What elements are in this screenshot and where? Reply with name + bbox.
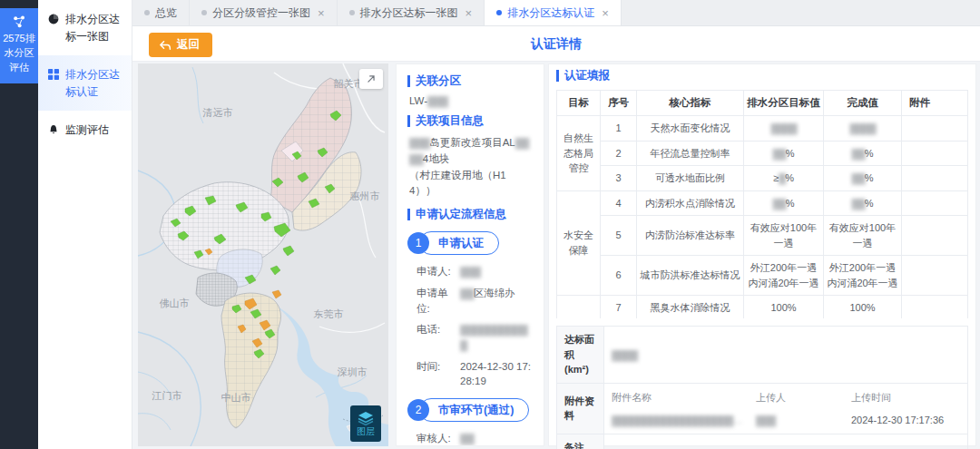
tab-overview[interactable]: 总览: [132, 0, 190, 25]
related-zone-header: 关联分区: [407, 73, 533, 89]
sidebar-item-onemap[interactable]: 排水分区达标一张图: [38, 0, 132, 55]
redacted-text: ▓▓: [460, 288, 474, 298]
goal-cell: 水环境质量: [557, 296, 601, 319]
section-bar: [407, 209, 410, 220]
attachments-header: 附件名称 上传人 上传时间: [612, 389, 960, 414]
map-layers-button[interactable]: 图层: [350, 405, 381, 442]
map-expand-button[interactable]: [359, 69, 383, 89]
redacted-text: ▓▓: [460, 433, 474, 444]
tab-dot-icon: [144, 10, 150, 15]
sidebar-item-certification[interactable]: 排水分区达标认证: [38, 55, 132, 111]
map-label-jiangmen: 江门市: [152, 390, 182, 401]
col-done: 完成值: [824, 91, 902, 116]
redacted-text: ▓▓: [773, 148, 786, 159]
tab-zoning-control-map[interactable]: 分区分级管控一张图 ×: [190, 0, 338, 25]
redacted-text: ▓: [779, 172, 785, 183]
grid-icon: [47, 68, 60, 81]
report-table-scroll[interactable]: 目标 序号 核心指标 排水分区目标值 完成值 附件 自然生态格局管控 1 天然水: [556, 90, 968, 318]
redacted-text: ▓▓: [852, 198, 865, 209]
attachments-list: 附件名称 上传人 上传时间 ▓▓▓▓▓▓▓▓▓▓▓▓▓▓▓▓▓▓▓▓▓▓▓▓▓▓…: [604, 383, 968, 434]
redacted-text: ▓▓▓: [409, 137, 429, 148]
redacted-text: ▓▓▓: [427, 95, 447, 106]
field-row: 电话: ▓▓▓▓▓▓▓▓▓▓▓: [416, 322, 533, 352]
sidebar-item-label: 排水分区达标一张图: [65, 13, 120, 43]
map-panel[interactable]: 韶关市 清远市 惠州市 佛山市 东莞市 深圳市 中山市 江门市: [138, 63, 388, 446]
tab-close-icon[interactable]: ×: [466, 6, 473, 20]
redacted-text: ▓▓▓▓: [849, 122, 875, 133]
table-row: 自然生态格局管控 1 天然水面变化情况 ▓▓▓▓ ▓▓▓▓: [557, 116, 968, 142]
remark-row: 备注: [557, 434, 968, 449]
step-1-fields: 申请人: ▓▓▓ 申请单位: ▓▓区海绵办 电话: ▓▓▓▓▓▓▓▓▓▓▓ 时间…: [416, 264, 533, 389]
col-no: 序号: [601, 91, 637, 116]
report-table: 目标 序号 核心指标 排水分区目标值 完成值 附件 自然生态格局管控 1 天然水: [556, 90, 968, 318]
section-bar: [407, 75, 410, 87]
section-bar: [556, 70, 559, 82]
step-title-pill: 市审环节(通过): [419, 398, 529, 422]
tab-close-icon[interactable]: ×: [602, 6, 609, 20]
remark-label: 备注: [557, 434, 604, 449]
attachment-item[interactable]: ▓▓▓▓▓▓▓▓▓▓▓▓▓▓▓▓▓▓▓▓▓▓▓▓▓▓▓▓▓▓▓▓… ▓▓▓ 20…: [612, 413, 960, 428]
tab-compliance-certification[interactable]: 排水分区达标认证 ×: [485, 0, 622, 25]
attachment-name-col: 附件名称: [612, 390, 756, 405]
table-row: 5 内涝防治标准达标率 有效应对100年一遇 有效应对100年一遇: [557, 216, 968, 256]
table-row: 2 年径流总量控制率 ▓▓% ▓▓%: [557, 141, 968, 166]
sidebar-item-label: 排水分区达标认证: [65, 68, 120, 98]
redacted-text: ▓▓: [773, 198, 786, 209]
attachment-cell: [902, 256, 968, 296]
tab-label: 排水分区达标一张图: [360, 5, 458, 21]
tab-close-icon[interactable]: ×: [318, 6, 325, 20]
redacted-text: ▓▓▓▓▓▓▓▓▓▓▓: [460, 324, 527, 350]
tab-dot-icon: [496, 10, 502, 15]
section-bar: [407, 115, 410, 127]
sidebar: 排水分区达标一张图 排水分区达标认证 监测评估: [38, 0, 132, 449]
field-row: 审核人: ▓▓: [416, 431, 533, 446]
layers-icon: [358, 411, 374, 426]
attachment-cell: [902, 190, 968, 216]
tab-bar: 总览 分区分级管控一张图 × 排水分区达标一张图 × 排水分区达标认证 ×: [132, 0, 980, 26]
process-step-2: 2 市审环节(通过): [407, 398, 533, 422]
tab-label: 总览: [155, 5, 177, 21]
col-indicator: 核心指标: [637, 91, 744, 116]
related-project-header: 关联项目信息: [407, 113, 533, 129]
col-attachment: 附件: [902, 91, 968, 116]
attachment-upload-time: 2024-12-30 17:17:36: [851, 413, 960, 428]
col-target: 排水分区目标值: [744, 91, 824, 116]
rail-module-current[interactable]: 2575排水分区评估: [0, 8, 38, 83]
map-canvas[interactable]: 韶关市 清远市 惠州市 佛山市 东莞市 深圳市 中山市 江门市: [138, 63, 388, 446]
tab-compliance-map[interactable]: 排水分区达标一张图 ×: [338, 0, 485, 25]
sidebar-item-label: 监测评估: [65, 123, 109, 136]
related-project-value: ▓▓▓岛更新改造项目AL▓▓▓▓4地块 （村庄建设用地（H14））: [409, 135, 533, 200]
table-row: 水安全保障 4 内涝积水点消除情况 ▓▓% ▓▓%: [557, 190, 968, 216]
expand-arrow-icon: [365, 73, 377, 85]
report-summary-table: 达标面积(km²) ▓▓▓▓ 附件资料 附件名称 上传人 上传时间 ▓▓▓▓▓▓…: [556, 326, 968, 449]
step-2-fields: 审核人: ▓▓ 审核单位: 市海绵办检查组 电话: ▓▓▓▓▓▓▓▓▓▓ 时间:…: [416, 431, 533, 446]
col-goal: 目标: [557, 91, 601, 116]
tab-bar-spacer: [622, 0, 980, 25]
map-label-zhongshan: 中山市: [221, 392, 251, 403]
field-row: 申请单位: ▓▓区海绵办: [416, 286, 533, 316]
filled-circle-icon: [47, 13, 60, 25]
bell-icon: [47, 123, 60, 136]
rail-module-title: 2575排水分区评估: [3, 32, 35, 75]
module-rail: 2575排水分区评估: [0, 0, 38, 449]
tab-label: 分区分级管控一张图: [212, 5, 310, 21]
attachment-uploader-col: 上传人: [756, 390, 851, 405]
redacted-text: ▓▓▓▓: [770, 122, 796, 133]
sidebar-item-monitoring[interactable]: 监测评估: [38, 111, 132, 150]
attachments-row: 附件资料 附件名称 上传人 上传时间 ▓▓▓▓▓▓▓▓▓▓▓▓▓▓▓▓▓▓▓▓▓…: [557, 383, 968, 434]
table-row: 6 城市防洪标准达标情况 外江200年一遇 内河涌20年一遇 外江200年一遇 …: [557, 256, 968, 296]
map-layers-label: 图层: [357, 427, 375, 436]
tab-dot-icon: [349, 10, 355, 15]
attachment-cell: [902, 296, 968, 319]
table-row: 3 可透水地面比例 ≥▓% ▓▓%: [557, 166, 968, 191]
step-number-badge: 2: [407, 399, 429, 421]
goal-cell: 自然生态格局管控: [557, 116, 601, 191]
redacted-text: ▓▓▓▓: [612, 349, 637, 360]
process-step-1: 1 申请认证: [407, 231, 533, 255]
area-row: 达标面积(km²) ▓▓▓▓: [557, 327, 968, 384]
related-zone-value: LW-▓▓▓: [409, 95, 533, 106]
redacted-text: ▓▓▓: [460, 266, 480, 277]
attachment-file-name[interactable]: ▓▓▓▓▓▓▓▓▓▓▓▓▓▓▓▓▓▓▓▓▓▓▓▓▓▓▓▓▓▓▓▓…: [612, 413, 756, 428]
certification-report-panel: 认证填报 目标 序号 核心指标 排水分区目标值 完成值 附件: [548, 63, 976, 446]
attachments-label: 附件资料: [557, 383, 604, 434]
